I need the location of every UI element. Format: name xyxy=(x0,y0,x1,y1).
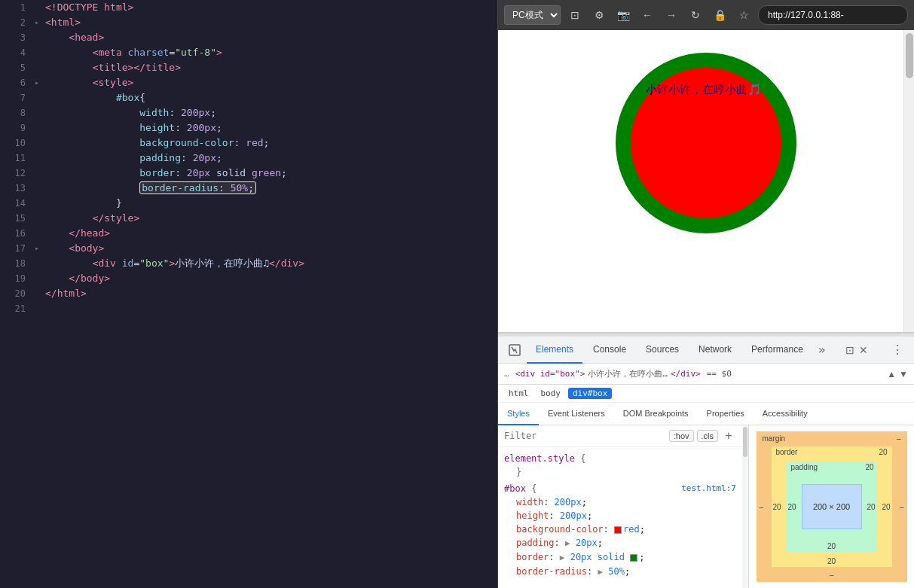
code-line: 19 </body> xyxy=(0,271,497,286)
code-line: 5 <title></title> xyxy=(0,60,497,75)
tag-html[interactable]: html xyxy=(504,388,533,399)
element-picker-icon[interactable] xyxy=(504,340,525,361)
border-radius-expand-arrow[interactable]: ▶ xyxy=(598,567,603,577)
styles-tab-properties[interactable]: Properties xyxy=(698,403,754,425)
tab-console[interactable]: Console xyxy=(584,337,635,364)
code-line: 10 background-color: red; xyxy=(0,136,497,151)
code-editor: 1 <!DOCTYPE html> 2 ▸ <html> 3 <head> 4 … xyxy=(0,0,497,588)
preview-scrollbar[interactable] xyxy=(903,30,914,332)
box-model-border: border 20 20 20 20 padding 20 xyxy=(772,446,892,567)
styles-tab-dom-breakpoints[interactable]: DOM Breakpoints xyxy=(614,403,698,425)
box-text: 小许小许，在哼小曲🎵 xyxy=(646,83,762,97)
css-rule-element-style: element.style { } xyxy=(498,450,742,480)
code-line: 20 </html> xyxy=(0,286,497,301)
styles-tab-event-listeners[interactable]: Event Listeners xyxy=(539,403,614,425)
styles-scrollbar[interactable] xyxy=(742,425,748,588)
styles-scroll-thumb[interactable] xyxy=(743,427,747,457)
css-source-link[interactable]: test.html:7 xyxy=(681,482,736,495)
filter-add-button[interactable]: + xyxy=(721,428,736,443)
code-line: 8 width: 200px; xyxy=(0,105,497,120)
box-model-margin: margin – – – – border 20 20 xyxy=(757,431,907,582)
breadcrumb-html[interactable]: <div id="box"> xyxy=(515,369,585,379)
box-model-panel: margin – – – – border 20 20 xyxy=(748,425,914,588)
code-line: 9 height: 200px; xyxy=(0,120,497,136)
code-lines: 1 <!DOCTYPE html> 2 ▸ <html> 3 <head> 4 … xyxy=(0,0,497,316)
filter-bar: :hov .cls + xyxy=(498,425,742,447)
browser-panel: PC模式 ⊡ ⚙ 📷 ← → ↻ 🔒 ☆ http://127.0.0.1:88… xyxy=(497,0,914,588)
refresh-icon[interactable]: ↻ xyxy=(686,5,705,25)
code-line: 16 </head> xyxy=(0,226,497,241)
devtools-close-button[interactable]: ✕ xyxy=(857,344,870,356)
devtools-panel: Elements Console Sources Network Perform… xyxy=(498,332,914,588)
filter-input[interactable] xyxy=(504,431,666,441)
css-rule-box: #box test.html:7 { width: 200px; height:… xyxy=(498,480,742,588)
url-bar[interactable]: http://127.0.0.1:88- xyxy=(758,5,908,25)
lock-icon[interactable]: 🔒 xyxy=(710,5,729,25)
color-swatch-red[interactable] xyxy=(614,526,622,534)
devtools-body: … <div id="box"> 小许小许，在哼小曲… </div> == $0… xyxy=(498,364,914,588)
box-model-diagram: margin – – – – border 20 20 xyxy=(757,431,907,582)
star-icon[interactable]: ☆ xyxy=(734,5,754,25)
code-line: 4 <meta charset="utf-8"> xyxy=(0,45,497,60)
mode-select[interactable]: PC模式 xyxy=(504,5,561,25)
styles-content: :hov .cls + element.style { } xyxy=(498,425,914,588)
tab-sources[interactable]: Sources xyxy=(637,337,688,364)
box-model-content: 200 × 200 xyxy=(802,484,862,529)
browser-toolbar: PC模式 ⊡ ⚙ 📷 ← → ↻ 🔒 ☆ http://127.0.0.1:88… xyxy=(498,0,914,30)
styles-tab-accessibility[interactable]: Accessibility xyxy=(754,403,817,425)
dom-breadcrumb: … <div id="box"> 小许小许，在哼小曲… </div> == $0… xyxy=(498,364,914,385)
settings-icon[interactable]: ⚙ xyxy=(589,5,609,25)
breadcrumb-controls: ▲ ▼ xyxy=(887,369,908,379)
breadcrumb-down-button[interactable]: ▼ xyxy=(899,369,908,379)
back-icon[interactable]: ← xyxy=(637,5,657,25)
code-line: 3 <head> xyxy=(0,30,497,45)
devtools-minimize-button[interactable]: ⊡ xyxy=(844,344,856,356)
tag-body[interactable]: body xyxy=(536,388,566,399)
more-tabs-button[interactable]: » xyxy=(814,343,830,357)
code-line-highlighted: 13 border-radius: 50%; xyxy=(0,181,497,196)
code-line: 17 ▸ <body> xyxy=(0,241,497,256)
code-line: 21 xyxy=(0,301,497,316)
code-line: 2 ▸ <html> xyxy=(0,15,497,30)
styles-rules: element.style { } #box test.html:7 { xyxy=(498,447,742,588)
forward-icon[interactable]: → xyxy=(662,5,681,25)
code-line: 15 </style> xyxy=(0,211,497,226)
breadcrumb-up-button[interactable]: ▲ xyxy=(887,369,896,379)
preview-container: 小许小许，在哼小曲🎵 xyxy=(498,30,914,332)
tab-network[interactable]: Network xyxy=(689,337,741,364)
code-line: 6 ▸ <style> xyxy=(0,75,497,90)
color-swatch-green[interactable] xyxy=(630,554,637,562)
code-line: 7 #box{ xyxy=(0,90,497,105)
box-preview-element: 小许小许，在哼小曲🎵 xyxy=(616,53,796,233)
screenshot-icon[interactable]: 📷 xyxy=(613,5,633,25)
devtools-header: Elements Console Sources Network Perform… xyxy=(498,337,914,364)
styles-rules-panel: :hov .cls + element.style { } xyxy=(498,425,742,588)
code-line: 12 border: 20px solid green; xyxy=(0,166,497,181)
code-line: 1 <!DOCTYPE html> xyxy=(0,0,497,15)
styles-tabs-row: Styles Event Listeners DOM Breakpoints P… xyxy=(498,403,914,425)
tab-elements[interactable]: Elements xyxy=(527,337,582,364)
preview-area: 小许小许，在哼小曲🎵 xyxy=(498,30,914,332)
filter-hov-button[interactable]: :hov xyxy=(669,430,694,442)
code-line: 18 <div id="box">小许小许，在哼小曲♫</div> xyxy=(0,256,497,271)
code-line: 14 } xyxy=(0,196,497,211)
tag-divbox[interactable]: div#box xyxy=(568,388,612,399)
padding-expand-arrow[interactable]: ▶ xyxy=(565,538,570,548)
filter-cls-button[interactable]: .cls xyxy=(697,430,719,442)
devtools-menu-button[interactable]: ⋮ xyxy=(887,340,908,361)
tag-row: html body div#box xyxy=(498,385,914,403)
scrollbar-thumb[interactable] xyxy=(906,33,913,78)
devtools-window-controls: ⊡ ✕ xyxy=(844,344,870,356)
responsive-icon[interactable]: ⊡ xyxy=(565,5,585,25)
tab-performance[interactable]: Performance xyxy=(742,337,812,364)
styles-tab-styles[interactable]: Styles xyxy=(498,403,539,425)
box-model-padding: padding 20 20 20 20 200 × 200 xyxy=(787,462,877,552)
code-line: 11 padding: 20px; xyxy=(0,151,497,166)
